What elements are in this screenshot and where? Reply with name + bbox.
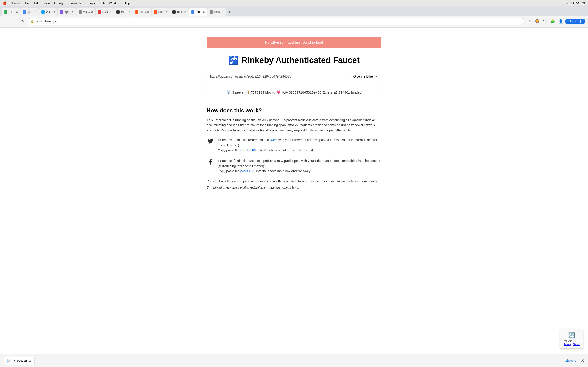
menu-help[interactable]: Help bbox=[124, 1, 130, 5]
twitter-icon bbox=[207, 138, 214, 146]
tab-title-github-rinkeby: Rink bbox=[177, 10, 183, 14]
posts-url-link[interactable]: posts URL bbox=[241, 169, 255, 173]
tab-favicon-notion bbox=[116, 10, 120, 14]
twitter-text: To request funds via Twitter, make a twe… bbox=[218, 137, 381, 153]
tab-rinkeby-active[interactable]: Rink × bbox=[189, 8, 207, 16]
extensions-icon[interactable]: 🧩 bbox=[550, 18, 556, 25]
tab-title-twitter: Willi bbox=[46, 10, 52, 14]
twitter-copy-after: into the above input box and fire away! bbox=[257, 148, 313, 152]
apple-menu[interactable]: 🍎 bbox=[3, 1, 6, 5]
faucet-container: No Ethereum address found to fund 🚰 Rink… bbox=[202, 27, 386, 199]
tab-bar: Inbo × NFT × Willi × #ge × VR C × (170 × bbox=[0, 6, 588, 16]
tab-art1[interactable]: Art B × bbox=[133, 8, 151, 16]
tab-close-art1[interactable]: × bbox=[147, 10, 149, 14]
tab-inbox[interactable]: Inbo × bbox=[2, 8, 20, 16]
tab-close-github-rinkeby[interactable]: × bbox=[184, 10, 186, 14]
extension-brave-icon[interactable]: 🦁 bbox=[534, 18, 540, 25]
social-url-input[interactable] bbox=[207, 72, 349, 81]
url-bar[interactable]: 🔒 faucet.rinkeby.io bbox=[27, 18, 524, 25]
menu-edit[interactable]: Edit bbox=[34, 1, 39, 5]
download-bar: 📄 X logo.jpg ▲ Show All ✕ bbox=[0, 354, 588, 367]
tab-favicon-youtube bbox=[98, 10, 101, 14]
profile-icon[interactable]: 👤 bbox=[557, 18, 564, 25]
tab-close-nft[interactable]: × bbox=[35, 10, 36, 14]
menu-history[interactable]: History bbox=[54, 1, 63, 5]
tab-twitter[interactable]: Willi × bbox=[39, 8, 57, 16]
toolbar-icons: ☆ 🦁 🛡 🧩 👤 Update ⋮ bbox=[526, 18, 585, 25]
tweet-link[interactable]: tweet bbox=[270, 138, 277, 142]
tab-rinkeby-other[interactable]: Rink × bbox=[208, 8, 226, 16]
recaptcha-privacy-link[interactable]: Privacy bbox=[564, 343, 571, 346]
facebook-copy-after: into the above input box and fire away! bbox=[255, 169, 311, 173]
tab-close-vr[interactable]: × bbox=[91, 10, 93, 14]
refresh-button[interactable]: ↻ bbox=[19, 18, 26, 25]
captcha-note: The faucet is running invisible reCaptch… bbox=[207, 186, 381, 190]
bookmark-icon[interactable]: ☆ bbox=[526, 18, 533, 25]
tab-favicon-art1 bbox=[135, 10, 138, 14]
tab-close-youtube[interactable]: × bbox=[110, 10, 112, 14]
recaptcha-logo: 🔄 bbox=[564, 332, 579, 339]
tab-close-twitter[interactable]: × bbox=[53, 10, 55, 14]
how-title: How does this work? bbox=[207, 107, 381, 114]
tab-close-rinkeby-active[interactable]: × bbox=[203, 10, 205, 14]
download-file-icon: 📄 bbox=[7, 358, 12, 363]
give-ether-chevron-icon: ▾ bbox=[375, 75, 377, 78]
menu-tab[interactable]: Tab bbox=[100, 1, 105, 5]
tab-github-rinkeby[interactable]: Rink × bbox=[170, 8, 189, 16]
tab-favicon-rinkeby-other bbox=[210, 10, 213, 14]
new-tab-button[interactable]: + bbox=[226, 8, 233, 16]
tab-favicon-twitter bbox=[41, 10, 44, 14]
give-ether-label: Give me Ether bbox=[354, 75, 374, 78]
menu-bar: 🍎 Chrome File Edit View History Bookmark… bbox=[0, 0, 588, 6]
tab-youtube[interactable]: (170 × bbox=[95, 8, 114, 16]
facebook-text: To request funds via Facebook, publish a… bbox=[218, 158, 381, 174]
download-item[interactable]: 📄 X logo.jpg ▲ bbox=[4, 357, 35, 365]
tab-art2[interactable]: Art I × bbox=[152, 8, 170, 16]
ethers-icon: 💗 bbox=[276, 90, 281, 94]
tweets-url-link[interactable]: tweets URL bbox=[241, 148, 257, 152]
tab-close-art2[interactable]: × bbox=[166, 10, 168, 14]
tab-nft[interactable]: NFT × bbox=[20, 8, 39, 16]
tab-close-discord[interactable]: × bbox=[72, 10, 74, 14]
tab-vr[interactable]: VR C × bbox=[76, 8, 95, 16]
update-button[interactable]: Update ⋮ bbox=[565, 19, 585, 24]
tab-title-rinkeby-active: Rink bbox=[196, 10, 202, 14]
blocks-icon: 📋 bbox=[245, 90, 250, 94]
menu-window[interactable]: Window bbox=[109, 1, 120, 5]
tab-notion[interactable]: Mic × bbox=[114, 8, 132, 16]
tab-discord[interactable]: #ge × bbox=[58, 8, 76, 16]
peers-count: 3 peers bbox=[232, 90, 244, 94]
forward-button[interactable]: → bbox=[11, 18, 17, 25]
show-all-link[interactable]: Show All bbox=[565, 359, 577, 363]
tab-close-inbox[interactable]: × bbox=[16, 10, 18, 14]
stats-bar: 📡 3 peers 📋 7778934 blocks 💗 9.046256971… bbox=[207, 86, 381, 98]
download-bar-right: Show All ✕ bbox=[565, 358, 584, 363]
extension-shield-icon[interactable]: 🛡 bbox=[542, 18, 548, 25]
menu-file[interactable]: File bbox=[25, 1, 30, 5]
error-banner: No Ethereum address found to fund bbox=[207, 37, 381, 48]
tab-close-notion[interactable]: × bbox=[128, 10, 130, 14]
menu-chrome[interactable]: Chrome bbox=[10, 1, 21, 5]
tab-title-inbox: Inbo bbox=[9, 10, 15, 14]
twitter-item: To request funds via Twitter, make a twe… bbox=[207, 137, 381, 153]
tab-close-rinkeby-other[interactable]: × bbox=[222, 10, 224, 14]
give-ether-button[interactable]: Give me Ether ▾ bbox=[349, 72, 381, 81]
tab-favicon-art2 bbox=[154, 10, 157, 14]
close-download-bar-button[interactable]: ✕ bbox=[581, 358, 584, 363]
tab-title-art1: Art B bbox=[140, 10, 146, 14]
menu-bookmarks[interactable]: Bookmarks bbox=[68, 1, 82, 5]
faucet-icon: 🚰 bbox=[228, 56, 239, 65]
menu-view[interactable]: View bbox=[44, 1, 50, 5]
back-button[interactable]: ← bbox=[3, 18, 9, 25]
faucet-title: 🚰 Rinkeby Authenticated Faucet bbox=[207, 56, 381, 65]
twitter-copy-before: Copy-paste the bbox=[218, 148, 241, 152]
recaptcha-terms-link[interactable]: Terms bbox=[573, 343, 579, 346]
menu-people[interactable]: People bbox=[86, 1, 96, 5]
recaptcha-links: Privacy - Terms bbox=[564, 343, 579, 346]
recaptcha-widget: 🔄 reCAPTCHA Privacy - Terms bbox=[560, 329, 583, 349]
tab-title-art2: Art I bbox=[158, 10, 164, 14]
ethers-amount: 9.046256971665328e+56 Ethers bbox=[282, 90, 332, 94]
download-chevron-icon[interactable]: ▲ bbox=[29, 359, 32, 362]
menu-bar-right: Thu 9:34 PM 7% bbox=[563, 2, 585, 5]
facebook-text-before: To request funds via Facebook, publish a… bbox=[218, 159, 284, 163]
